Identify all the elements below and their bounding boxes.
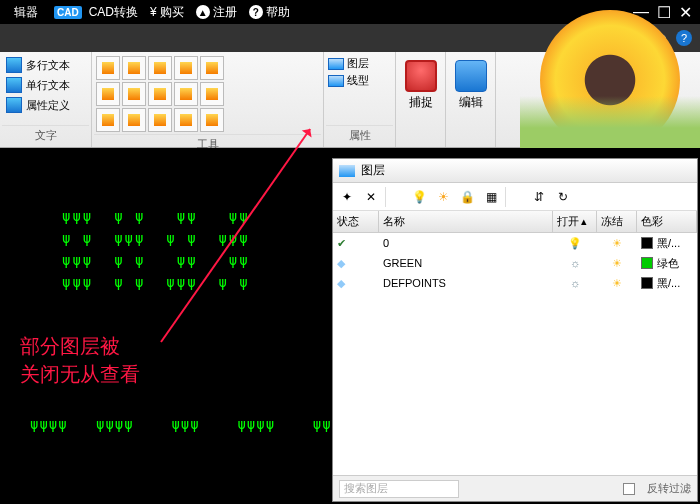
cad-geometry: ψ ψ ψψψ ψ ψ ψψψ bbox=[62, 230, 250, 246]
layer-name: 0 bbox=[379, 237, 553, 249]
bulb-toggle-icon[interactable]: 💡 bbox=[409, 187, 429, 207]
layer-table-body: ✔0💡☀黑/...◆GREEN☼☀绿色◆DEFPOINTS☼☀黑/... bbox=[333, 233, 697, 475]
tool-button[interactable] bbox=[122, 82, 146, 106]
tool-button[interactable] bbox=[96, 108, 120, 132]
layer-name: DEFPOINTS bbox=[379, 277, 553, 289]
sun-icon[interactable]: ☀ bbox=[612, 237, 622, 250]
bulb-icon[interactable]: ☼ bbox=[570, 277, 580, 289]
props-group-label: 属性 bbox=[326, 125, 393, 145]
layer-panel-footer: 搜索图层 反转过滤 bbox=[333, 475, 697, 501]
capture-group: 捕捉 bbox=[396, 52, 446, 147]
tool-button[interactable] bbox=[200, 108, 224, 132]
cad-geometry: ψψψ ψ ψ ψψ ψψ bbox=[62, 208, 250, 224]
sunflower-background bbox=[520, 0, 700, 160]
invert-filter-label: 反转过滤 bbox=[647, 481, 691, 496]
linetype-button[interactable]: 线型 bbox=[328, 73, 369, 88]
freeze-toggle-icon[interactable]: ☀ bbox=[433, 187, 453, 207]
cad-geometry: ψψψ ψ ψ ψψψ ψ ψ bbox=[62, 274, 250, 290]
invert-filter-checkbox[interactable] bbox=[623, 483, 635, 495]
layer-panel-titlebar[interactable]: 图层 bbox=[333, 159, 697, 183]
layer-state-icon: ◆ bbox=[337, 257, 345, 270]
layer-table-header: 状态 名称 打开▴ 冻结 色彩 bbox=[333, 211, 697, 233]
tool-button[interactable] bbox=[148, 108, 172, 132]
magnet-icon bbox=[405, 60, 437, 92]
tool-button[interactable] bbox=[122, 56, 146, 80]
tool-button[interactable] bbox=[148, 56, 172, 80]
color-label: 黑/... bbox=[657, 236, 680, 251]
tool-button[interactable] bbox=[200, 56, 224, 80]
app-name: 辑器 bbox=[4, 4, 48, 21]
user-icon: ▲ bbox=[196, 5, 210, 19]
cad-icon: CAD bbox=[54, 6, 82, 19]
lock-toggle-icon[interactable]: 🔒 bbox=[457, 187, 477, 207]
col-open[interactable]: 打开▴ bbox=[553, 211, 597, 232]
color-label: 绿色 bbox=[657, 256, 679, 271]
tools-group: 工具 bbox=[92, 52, 324, 147]
check-icon: ✔ bbox=[337, 237, 346, 250]
state-icon[interactable]: ⇵ bbox=[529, 187, 549, 207]
color-toggle-icon[interactable]: ▦ bbox=[481, 187, 501, 207]
col-name[interactable]: 名称 bbox=[379, 211, 553, 232]
color-label: 黑/... bbox=[657, 276, 680, 291]
layer-panel-toolbar: ✦ ✕ 💡 ☀ 🔒 ▦ ⇵ ↻ bbox=[333, 183, 697, 211]
clipboard-icon bbox=[455, 60, 487, 92]
tool-button[interactable] bbox=[122, 108, 146, 132]
singleline-text-button[interactable]: 单行文本 bbox=[4, 76, 72, 94]
layer-icon bbox=[328, 58, 344, 70]
refresh-icon[interactable]: ↻ bbox=[553, 187, 573, 207]
tool-button[interactable] bbox=[148, 82, 172, 106]
col-color[interactable]: 色彩 bbox=[637, 211, 697, 232]
linetype-icon bbox=[328, 75, 344, 87]
color-swatch[interactable] bbox=[641, 237, 653, 249]
capture-button[interactable]: 捕捉 bbox=[400, 56, 441, 115]
question-icon: ? bbox=[249, 5, 263, 19]
cad-geometry: ψψψψ ψψψψ ψψψ ψψψψ ψψψψ bbox=[30, 416, 351, 432]
layer-name: GREEN bbox=[379, 257, 553, 269]
tool-button[interactable] bbox=[174, 108, 198, 132]
register-menu[interactable]: ▲ 注册 bbox=[190, 4, 243, 21]
help-menu[interactable]: ? 帮助 bbox=[243, 4, 296, 21]
attr-def-button[interactable]: 属性定义 bbox=[4, 96, 72, 114]
text-group: 多行文本 单行文本 属性定义 文字 bbox=[0, 52, 92, 147]
sun-icon[interactable]: ☀ bbox=[612, 257, 622, 270]
layer-state-icon: ◆ bbox=[337, 277, 345, 290]
color-swatch[interactable] bbox=[641, 257, 653, 269]
color-swatch[interactable] bbox=[641, 277, 653, 289]
search-layer-input[interactable]: 搜索图层 bbox=[339, 480, 459, 498]
tool-button[interactable] bbox=[96, 82, 120, 106]
layer-panel-title: 图层 bbox=[361, 162, 385, 179]
layer-panel: 图层 ✦ ✕ 💡 ☀ 🔒 ▦ ⇵ ↻ 状态 名称 打开▴ 冻结 色彩 ✔0💡☀黑… bbox=[332, 158, 698, 502]
tool-button[interactable] bbox=[174, 56, 198, 80]
sort-icon: ▴ bbox=[581, 215, 587, 228]
delete-layer-icon[interactable]: ✕ bbox=[361, 187, 381, 207]
multiline-text-button[interactable]: 多行文本 bbox=[4, 56, 72, 74]
yen-icon: ¥ bbox=[150, 5, 157, 19]
col-freeze[interactable]: 冻结 bbox=[597, 211, 637, 232]
bulb-icon[interactable]: 💡 bbox=[568, 237, 582, 250]
layer-icon bbox=[339, 165, 355, 177]
col-state[interactable]: 状态 bbox=[333, 211, 379, 232]
buy-menu[interactable]: ¥ 购买 bbox=[144, 4, 190, 21]
new-layer-icon[interactable]: ✦ bbox=[337, 187, 357, 207]
cad-convert-menu[interactable]: CAD CAD转换 bbox=[48, 4, 144, 21]
annotation-left: 部分图层被 关闭无从查看 bbox=[20, 332, 140, 388]
props-group: 图层 线型 属性 bbox=[324, 52, 396, 147]
bulb-icon[interactable]: ☼ bbox=[570, 257, 580, 269]
edit-button[interactable]: 编辑 bbox=[450, 56, 491, 115]
text-group-label: 文字 bbox=[2, 125, 89, 145]
edit-group: 编辑 bbox=[446, 52, 496, 147]
sun-icon[interactable]: ☀ bbox=[612, 277, 622, 290]
layer-row[interactable]: ◆GREEN☼☀绿色 bbox=[333, 253, 697, 273]
tool-button[interactable] bbox=[174, 82, 198, 106]
layer-row[interactable]: ◆DEFPOINTS☼☀黑/... bbox=[333, 273, 697, 293]
tool-button[interactable] bbox=[200, 82, 224, 106]
layer-button[interactable]: 图层 bbox=[328, 56, 369, 71]
tool-button[interactable] bbox=[96, 56, 120, 80]
layer-row[interactable]: ✔0💡☀黑/... bbox=[333, 233, 697, 253]
